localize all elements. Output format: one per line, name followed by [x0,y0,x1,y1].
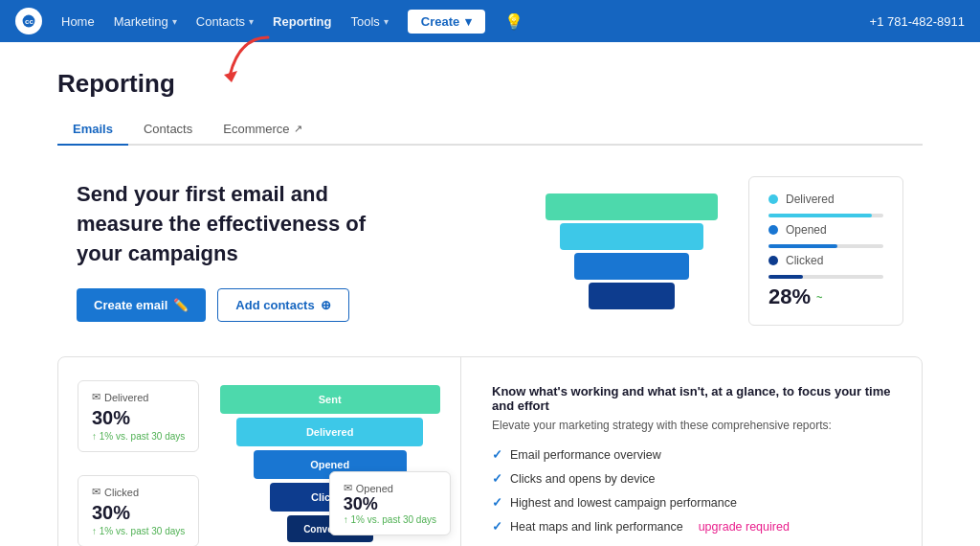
popup-opened-trend: ↑ 1% vs. past 30 days [344,514,436,525]
funnel-bar-opened [574,253,689,280]
tab-emails[interactable]: Emails [57,114,128,146]
nav-contacts[interactable]: Contacts ▾ [196,14,254,29]
bottom-left: ✉ Delivered 30% ↑ 1% vs. past 30 days ✉ … [58,357,460,546]
bottom-bar-delivered: Delivered [236,418,423,446]
popup-envelope-icon: ✉ [344,482,352,494]
edit-icon: ✏️ [173,298,189,312]
marketing-chevron-icon: ▾ [172,16,177,27]
clicked-dot [768,256,778,265]
delivered-bar-row [768,214,883,217]
create-button[interactable]: Create ▾ [408,10,485,34]
navbar: cc Home Marketing ▾ Contacts ▾ Reporting… [0,0,980,42]
tab-contacts[interactable]: Contacts [128,114,208,146]
feature-item-1: ✓ Clicks and opens by device [492,471,891,486]
envelope-icon: ✉ [92,391,100,403]
mini-stats: ✉ Delivered 30% ↑ 1% vs. past 30 days ✉ … [78,380,199,546]
logo[interactable]: cc [15,8,42,34]
hero-buttons: Create email ✏️ Add contacts ⊕ [77,288,507,322]
ecommerce-icon: ↗ [294,123,302,135]
feature-item-0: ✓ Email performance overview [492,447,891,462]
opened-dot [768,225,778,235]
feature-item-2: ✓ Highest and lowest campaign performanc… [492,495,891,510]
mini-delivered-label: ✉ Delivered [92,391,185,403]
tools-chevron-icon: ▾ [384,16,389,27]
delivered-stat: Delivered [768,193,883,206]
create-chevron-icon: ▾ [465,14,472,29]
svg-text:cc: cc [25,17,33,26]
bottom-right-title: Know what's working and what isn't, at a… [492,384,891,413]
mini-stat-clicked: ✉ Clicked 30% ↑ 1% vs. past 30 days [78,475,199,546]
check-icon-3: ✓ [492,519,502,534]
feature-item-3: ✓ Heat maps and link performance upgrade… [492,519,891,534]
bottom-right: Know what's working and what isn't, at a… [460,357,922,546]
clicked-bar-row [768,275,883,279]
funnel-bar-delivered [560,223,703,250]
hero-title: Send your first email and measure the ef… [77,180,383,268]
check-icon-0: ✓ [492,447,502,462]
navbar-phone: +1 781-482-8911 [870,12,965,30]
funnel-bar-clicked [589,283,675,309]
popup-opened-label: ✉ Opened [344,482,436,494]
tabs-bar: Emails Contacts Ecommerce ↗ [57,114,923,146]
check-icon-2: ✓ [492,495,502,510]
nav-tools[interactable]: Tools ▾ [350,14,388,29]
hero-stats-panel: Delivered Opened Clicked [748,176,903,326]
upgrade-link[interactable]: upgrade required [699,520,790,534]
contacts-chevron-icon: ▾ [249,16,254,27]
nav-home[interactable]: Home [61,14,95,29]
navbar-left: cc Home Marketing ▾ Contacts ▾ Reporting… [15,8,523,34]
opened-popup-card: ✉ Opened 30% ↑ 1% vs. past 30 days [329,471,451,535]
create-email-button[interactable]: Create email ✏️ [77,288,206,322]
bottom-funnel: Sent Delivered Opened Clicked Conversion [218,380,441,546]
clicked-stat: Clicked [768,254,883,267]
tab-ecommerce[interactable]: Ecommerce ↗ [208,114,317,146]
funnel-bar-sent [546,193,718,220]
check-icon-1: ✓ [492,471,502,486]
click-icon: ✉ [92,486,100,498]
mini-stat-delivered: ✉ Delivered 30% ↑ 1% vs. past 30 days [78,380,199,452]
add-icon: ⊕ [321,298,331,312]
nav-reporting[interactable]: Reporting [273,14,331,29]
hero-section: Send your first email and measure the ef… [0,146,980,356]
hero-text: Send your first email and measure the ef… [77,180,507,321]
nav-marketing[interactable]: Marketing ▾ [114,14,177,29]
page-header: Reporting [0,42,980,99]
hero-funnel [546,193,718,309]
mini-clicked-label: ✉ Clicked [92,486,185,498]
page: Reporting Emails Contacts Ecommerce ↗ Se… [0,42,980,546]
bulb-icon[interactable]: 💡 [504,12,523,31]
feature-list: ✓ Email performance overview ✓ Clicks an… [492,447,891,534]
popup-opened-value: 30% [344,494,436,514]
add-contacts-button[interactable]: Add contacts ⊕ [217,288,348,322]
bottom-right-sub: Elevate your marketing strategy with the… [492,419,891,432]
opened-stat: Opened [768,223,883,237]
bottom-section: ✉ Delivered 30% ↑ 1% vs. past 30 days ✉ … [57,356,923,546]
delivered-dot [768,194,778,204]
hero-visual: Delivered Opened Clicked [546,176,903,326]
page-title: Reporting [57,69,923,99]
hero-percent: 28% ~ [768,284,883,309]
opened-bar-row [768,244,883,248]
bottom-bar-sent: Sent [220,385,440,414]
